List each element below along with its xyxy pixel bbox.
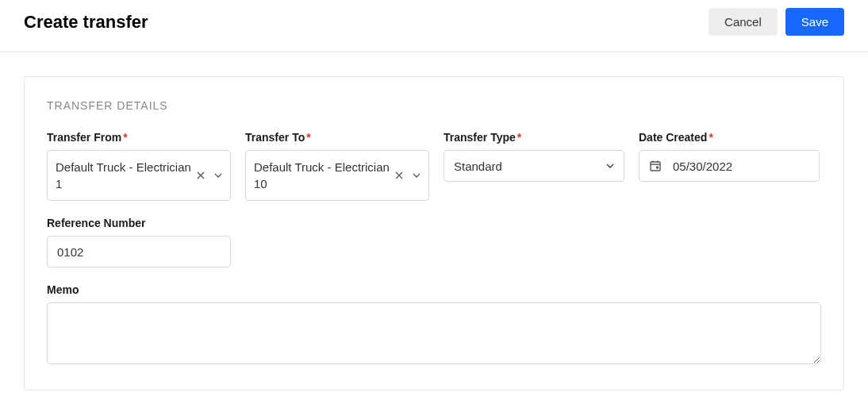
reference-number-label: Reference Number <box>47 217 231 229</box>
transfer-details-card: TRANSFER DETAILS Transfer From* Default … <box>24 76 844 390</box>
date-created-label: Date Created* <box>639 131 820 144</box>
transfer-from-value: Default Truck - Electrician 1 <box>56 159 197 192</box>
chevron-down-icon[interactable] <box>214 173 222 178</box>
memo-input[interactable] <box>47 302 821 364</box>
card-title: TRANSFER DETAILS <box>47 99 821 112</box>
page-header: Create transfer Cancel Save <box>0 0 868 52</box>
calendar-icon <box>649 160 662 172</box>
date-created-group: Date Created* 05/30/2022 <box>639 131 820 182</box>
label-text: Transfer To <box>245 131 305 144</box>
form-row-3: Memo <box>47 283 821 364</box>
form-row-1: Transfer From* Default Truck - Electrici… <box>47 131 821 201</box>
label-text: Transfer Type <box>444 131 516 144</box>
memo-label: Memo <box>47 283 821 296</box>
page-title: Create transfer <box>24 12 148 33</box>
combo-controls <box>395 171 421 179</box>
required-marker: * <box>517 131 521 144</box>
date-created-input[interactable]: 05/30/2022 <box>639 150 820 182</box>
reference-number-input[interactable] <box>47 236 231 267</box>
label-text: Date Created <box>639 131 707 144</box>
cancel-button[interactable]: Cancel <box>709 8 778 36</box>
transfer-type-value: Standard <box>454 160 502 173</box>
transfer-from-label: Transfer From* <box>47 131 231 144</box>
required-marker: * <box>709 131 712 144</box>
chevron-down-icon <box>606 163 614 168</box>
transfer-type-group: Transfer Type* Standard <box>444 131 624 182</box>
transfer-to-label: Transfer To* <box>245 131 429 144</box>
transfer-from-select[interactable]: Default Truck - Electrician 1 <box>47 150 231 201</box>
transfer-type-label: Transfer Type* <box>444 131 624 144</box>
clear-icon[interactable] <box>395 171 403 179</box>
save-button[interactable]: Save <box>785 8 844 36</box>
chevron-down-icon[interactable] <box>413 173 421 178</box>
header-actions: Cancel Save <box>709 8 844 36</box>
transfer-type-select[interactable]: Standard <box>444 150 624 182</box>
transfer-to-value: Default Truck - Electrician 10 <box>254 159 395 192</box>
svg-rect-0 <box>651 162 660 171</box>
memo-group: Memo <box>47 283 821 364</box>
transfer-to-group: Transfer To* Default Truck - Electrician… <box>245 131 429 201</box>
transfer-from-group: Transfer From* Default Truck - Electrici… <box>47 131 231 201</box>
required-marker: * <box>123 131 127 144</box>
transfer-to-select[interactable]: Default Truck - Electrician 10 <box>245 150 429 201</box>
combo-controls <box>197 171 222 179</box>
date-created-value: 05/30/2022 <box>673 160 732 173</box>
reference-number-group: Reference Number <box>47 217 231 267</box>
svg-rect-4 <box>656 167 659 169</box>
label-text: Transfer From <box>47 131 121 144</box>
required-marker: * <box>306 131 310 144</box>
clear-icon[interactable] <box>197 171 205 179</box>
form-row-2: Reference Number <box>47 217 821 267</box>
content-area: TRANSFER DETAILS Transfer From* Default … <box>0 52 868 400</box>
